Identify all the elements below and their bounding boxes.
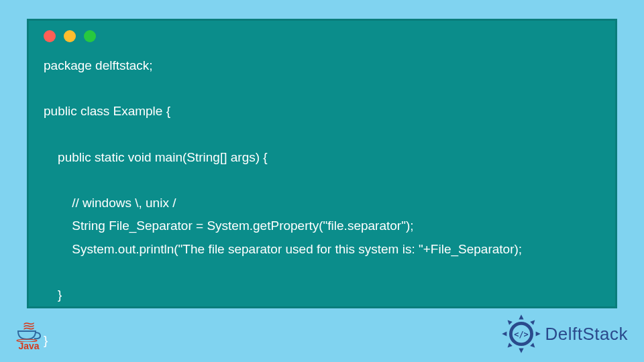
svg-marker-6 [530,320,535,325]
traffic-light-green-icon [84,30,96,42]
delftstack-logo: </> DelftStack [501,314,629,354]
svg-marker-3 [502,331,506,336]
svg-marker-8 [530,343,535,347]
delftstack-logo-text: DelftStack [545,324,629,345]
code-content: package delftstack; public class Example… [44,54,600,352]
svg-marker-1 [519,314,523,319]
delftstack-emblem-icon: </> [501,314,541,354]
svg-marker-7 [507,343,512,347]
traffic-light-yellow-icon [64,30,76,42]
java-logo-text: Java [18,341,39,351]
java-steam-icon: ≋ [22,319,36,333]
svg-text:</>: </> [514,330,529,339]
java-logo: ≋ Java [16,316,42,351]
svg-marker-2 [519,349,523,353]
traffic-light-red-icon [44,30,56,42]
traffic-lights [44,30,600,42]
svg-marker-5 [507,320,512,325]
svg-marker-4 [535,331,540,336]
footer: ≋ Java [0,310,644,362]
code-window: package delftstack; public class Example… [27,19,617,308]
